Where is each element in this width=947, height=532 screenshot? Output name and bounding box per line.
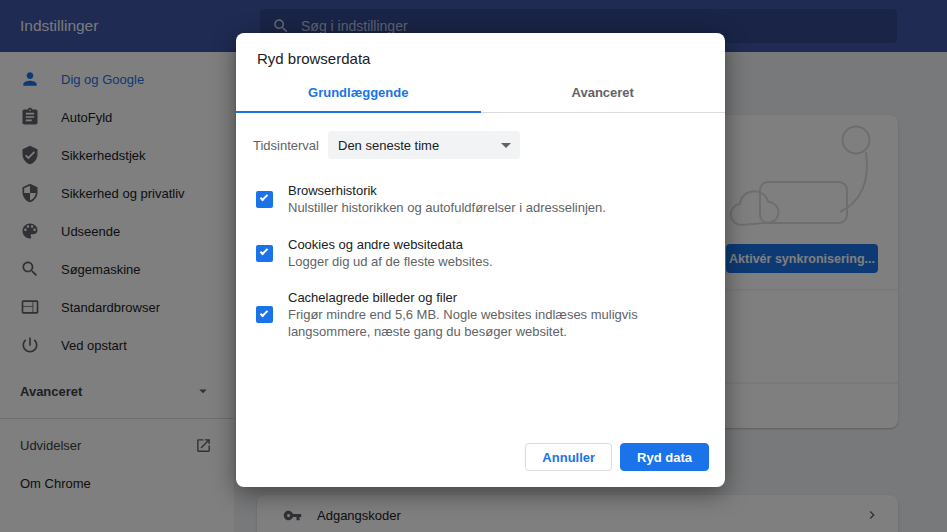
cancel-button[interactable]: Annuller	[525, 443, 612, 471]
clear-data-button[interactable]: Ryd data	[620, 443, 709, 471]
tab-basic[interactable]: Grundlæggende	[236, 76, 481, 113]
browsing-history-checkbox[interactable]	[256, 191, 273, 208]
checkmark-icon	[259, 247, 267, 255]
dialog-title: Ryd browserdata	[236, 33, 725, 69]
checkbox-description: Nulstiller historikken og autofuldførels…	[288, 199, 606, 216]
cached-files-checkbox[interactable]	[256, 306, 273, 323]
time-range-label: Tidsinterval	[253, 138, 328, 153]
clear-browsing-data-dialog: Ryd browserdata Grundlæggende Avanceret …	[236, 33, 725, 487]
cached-files-row: Cachelagrede billeder og filer Frigør mi…	[253, 289, 701, 340]
browsing-history-row: Browserhistorik Nulstiller historikken o…	[253, 182, 701, 216]
dropdown-caret-icon	[501, 143, 511, 148]
time-range-select[interactable]: Den seneste time	[328, 131, 520, 159]
cookies-checkbox[interactable]	[256, 245, 273, 262]
dialog-tabs: Grundlæggende Avanceret	[236, 76, 725, 113]
checkbox-description: Frigør mindre end 5,6 MB. Nogle websites…	[288, 306, 680, 340]
dialog-footer: Annuller Ryd data	[236, 443, 725, 487]
dialog-body: Tidsinterval Den seneste time Browserhis…	[236, 113, 725, 443]
time-range-value: Den seneste time	[338, 138, 439, 153]
cookies-row: Cookies og andre websitedata Logger dig …	[253, 236, 701, 270]
checkbox-description: Logger dig ud af de fleste websites.	[288, 253, 493, 270]
checkbox-title: Cookies og andre websitedata	[288, 236, 493, 253]
checkbox-title: Browserhistorik	[288, 182, 606, 199]
checkmark-icon	[259, 193, 267, 201]
checkmark-icon	[259, 308, 267, 316]
tab-advanced[interactable]: Avanceret	[481, 76, 726, 113]
checkbox-title: Cachelagrede billeder og filer	[288, 289, 680, 306]
time-range-row: Tidsinterval Den seneste time	[253, 131, 701, 159]
